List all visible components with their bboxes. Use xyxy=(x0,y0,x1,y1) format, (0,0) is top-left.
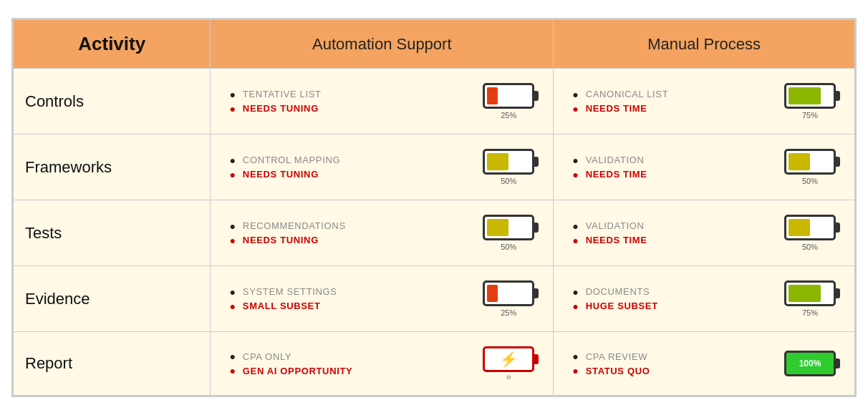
list-item: CONTROL MAPPING xyxy=(229,155,471,166)
cell-content: TENTATIVE LIST NEEDS TUNING 25% xyxy=(218,77,546,125)
item-label: NEEDS TIME xyxy=(586,103,647,114)
bullet-list: SYSTEM SETTINGS SMALL SUBSET xyxy=(229,283,471,315)
list-item: VALIDATION xyxy=(572,220,773,232)
battery-fill xyxy=(789,87,821,104)
table-row: Controls TENTATIVE LIST NEEDS TUNING 25% xyxy=(14,69,855,135)
cell-content: CPA REVIEW STATUS QUO 100% xyxy=(561,342,847,385)
header-activity: Activity xyxy=(14,20,211,69)
battery-percent: 25% xyxy=(501,308,516,317)
table-row: Report CPA ONLY GEN AI OPPORTUNITY ⚡ ⊙ xyxy=(14,332,855,396)
header-manual: Manual Process xyxy=(554,20,855,69)
battery-100: 100% xyxy=(784,351,836,376)
cell-content: CPA ONLY GEN AI OPPORTUNITY ⚡ ⊙ xyxy=(218,341,546,386)
item-label: HUGE SUBSET xyxy=(586,301,658,311)
battery-percent: 50% xyxy=(802,177,818,185)
battery: 50% xyxy=(784,215,836,251)
item-label: VALIDATION xyxy=(586,220,645,231)
list-item: TENTATIVE LIST xyxy=(229,89,471,100)
list-item: NEEDS TUNING xyxy=(229,103,471,114)
item-label: GEN AI OPPORTUNITY xyxy=(243,366,353,376)
list-item: CPA ONLY xyxy=(229,351,471,362)
manual-cell: DOCUMENTS HUGE SUBSET 75% xyxy=(554,266,855,332)
battery-percent: 75% xyxy=(802,111,818,119)
battery-percent: 75% xyxy=(802,308,818,317)
automation-cell: CPA ONLY GEN AI OPPORTUNITY ⚡ ⊙ xyxy=(211,332,554,396)
item-label: CONTROL MAPPING xyxy=(243,155,340,165)
battery-fill xyxy=(487,153,508,170)
item-label: CPA ONLY xyxy=(243,351,291,362)
list-item: CPA REVIEW xyxy=(572,351,773,362)
manual-cell: VALIDATION NEEDS TIME 50% xyxy=(554,200,855,266)
list-item: NEEDS TUNING xyxy=(229,169,471,180)
item-label: TENTATIVE LIST xyxy=(243,89,322,99)
battery-lightning: ⚡ ⊙ xyxy=(483,346,534,381)
item-label: NEEDS TIME xyxy=(586,169,647,180)
bullet-list: CANONICAL LIST NEEDS TIME xyxy=(572,86,773,117)
list-item: DOCUMENTS xyxy=(572,286,773,298)
battery: 75% xyxy=(784,83,836,119)
bullet-list: VALIDATION NEEDS TIME xyxy=(572,218,773,249)
battery-fill xyxy=(487,285,498,302)
item-label: SMALL SUBSET xyxy=(243,301,321,311)
cell-content: VALIDATION NEEDS TIME 50% xyxy=(561,209,847,257)
list-item: RECOMMENDATIONS xyxy=(229,220,471,232)
battery-percent: 25% xyxy=(501,111,516,119)
automation-cell: CONTROL MAPPING NEEDS TUNING 50% xyxy=(211,135,554,200)
manual-cell: CPA REVIEW STATUS QUO 100% xyxy=(554,332,855,396)
battery: 75% xyxy=(784,280,836,317)
item-label: VALIDATION xyxy=(586,155,645,165)
battery: 50% xyxy=(483,215,534,251)
cell-content: CANONICAL LIST NEEDS TIME 75% xyxy=(561,77,847,125)
manual-cell: CANONICAL LIST NEEDS TIME 75% xyxy=(554,69,855,135)
battery-percent: 50% xyxy=(501,177,516,185)
bullet-list: CONTROL MAPPING NEEDS TUNING xyxy=(229,152,471,183)
item-label: RECOMMENDATIONS xyxy=(243,220,346,231)
header-automation: Automation Support xyxy=(211,20,554,69)
list-item: VALIDATION xyxy=(572,155,773,166)
item-label: NEEDS TUNING xyxy=(243,235,319,245)
battery-percent: 50% xyxy=(802,243,818,251)
battery-fill xyxy=(487,87,498,104)
activity-cell: Frameworks xyxy=(14,135,211,200)
bullet-list: CPA REVIEW STATUS QUO xyxy=(572,348,773,379)
battery-percent: 50% xyxy=(501,243,516,251)
cell-content: RECOMMENDATIONS NEEDS TUNING 50% xyxy=(218,209,546,257)
list-item: NEEDS TIME xyxy=(572,235,773,246)
automation-cell: RECOMMENDATIONS NEEDS TUNING 50% xyxy=(211,200,554,266)
item-label: NEEDS TUNING xyxy=(243,103,319,114)
cell-content: VALIDATION NEEDS TIME 50% xyxy=(561,143,847,191)
battery: 25% xyxy=(483,280,534,317)
battery-fill xyxy=(789,153,810,170)
list-item: CANONICAL LIST xyxy=(572,89,773,100)
main-table: Activity Automation Support Manual Proce… xyxy=(11,18,857,397)
item-label: NEEDS TIME xyxy=(586,235,647,245)
item-label: DOCUMENTS xyxy=(586,286,650,297)
list-item: NEEDS TIME xyxy=(572,169,773,180)
battery-100-label: 100% xyxy=(789,358,831,368)
bullet-list: CPA ONLY GEN AI OPPORTUNITY xyxy=(229,348,471,379)
manual-cell: VALIDATION NEEDS TIME 50% xyxy=(554,135,855,200)
list-item: NEEDS TUNING xyxy=(229,235,471,246)
item-label: CPA REVIEW xyxy=(586,351,647,362)
cell-content: DOCUMENTS HUGE SUBSET 75% xyxy=(561,275,847,323)
bullet-list: VALIDATION NEEDS TIME xyxy=(572,152,773,183)
battery: 50% xyxy=(483,149,534,185)
automation-cell: TENTATIVE LIST NEEDS TUNING 25% xyxy=(211,69,554,135)
activity-cell: Controls xyxy=(14,69,211,135)
item-label: NEEDS TUNING xyxy=(243,169,319,180)
bullet-list: TENTATIVE LIST NEEDS TUNING xyxy=(229,86,471,117)
battery: 50% xyxy=(784,149,836,185)
lightning-icon: ⚡ xyxy=(500,351,518,368)
battery-dot: ⊙ xyxy=(506,374,511,381)
table-row: Evidence SYSTEM SETTINGS SMALL SUBSET 25… xyxy=(14,266,855,332)
item-label: SYSTEM SETTINGS xyxy=(243,286,337,297)
list-item: SYSTEM SETTINGS xyxy=(229,286,471,298)
list-item: SMALL SUBSET xyxy=(229,301,471,312)
table-row: Tests RECOMMENDATIONS NEEDS TUNING 50% xyxy=(14,200,855,266)
battery-fill xyxy=(487,219,508,236)
battery-fill xyxy=(789,219,810,236)
activity-cell: Tests xyxy=(14,200,211,266)
cell-content: CONTROL MAPPING NEEDS TUNING 50% xyxy=(218,143,546,191)
table-row: Frameworks CONTROL MAPPING NEEDS TUNING … xyxy=(14,135,855,200)
battery-fill xyxy=(789,285,821,302)
